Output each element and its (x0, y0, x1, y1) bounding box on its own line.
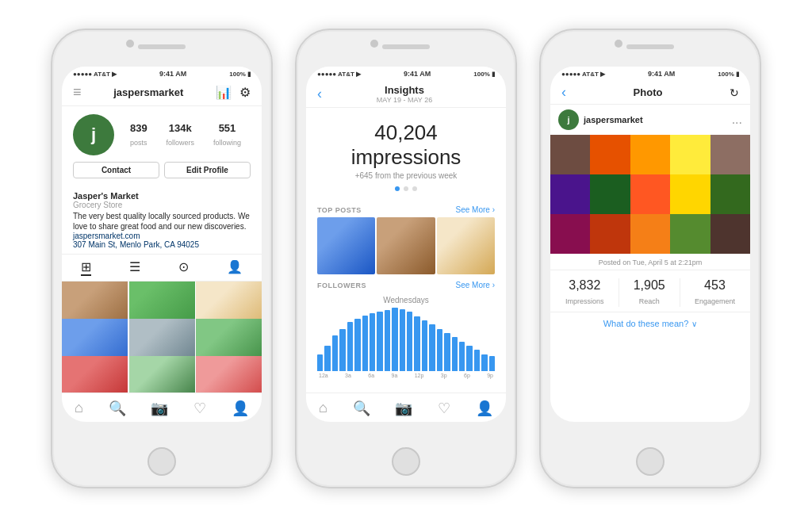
fruit-8 (630, 174, 670, 214)
speaker-2 (386, 44, 426, 49)
p3-refresh-button[interactable]: ↻ (730, 86, 739, 99)
time-1: 9:41 AM (159, 70, 186, 78)
bar-item (354, 319, 360, 371)
dot-1 (395, 186, 400, 191)
p2-nav-spacer: ... (487, 89, 495, 100)
followers-label: FOLLOWERS (317, 281, 366, 289)
p3-avatar: j (558, 109, 579, 130)
edit-profile-button[interactable]: Edit Profile (164, 162, 251, 178)
speaker (142, 44, 182, 49)
p3-what-mean[interactable]: What do these mean? ∨ (550, 312, 750, 335)
nav-profile[interactable]: 👤 (232, 400, 249, 417)
fruit-3 (630, 135, 670, 174)
top-post-3[interactable] (437, 217, 495, 274)
p1-nav: ≡ jaspersmarket 📊 ⚙ (62, 81, 262, 106)
top-posts-see-more[interactable]: See More › (456, 205, 495, 214)
fruit-13 (630, 214, 670, 254)
home-button-3[interactable] (636, 447, 665, 476)
p3-back-button[interactable]: ‹ (561, 84, 566, 101)
home-button-2[interactable] (392, 447, 420, 476)
p3-photo-main (550, 135, 750, 254)
status-bar-3: ●●●●● AT&T ▶ 9:41 AM 100% ▮ (550, 67, 750, 81)
bar-item (385, 310, 390, 371)
bio-link[interactable]: jaspersmarket.com (73, 232, 251, 240)
nav-camera-2[interactable]: 📷 (395, 400, 412, 417)
nav-search[interactable]: 🔍 (109, 400, 126, 417)
stat-divider-2 (680, 278, 680, 307)
stats-group: 839 posts 134k followers 551 following (121, 122, 251, 148)
page-dots (317, 186, 495, 191)
p2-bottom-nav: ⌂ 🔍 📷 ♡ 👤 (306, 393, 506, 422)
posts-num: 839 (130, 122, 147, 134)
home-button-1[interactable] (147, 447, 176, 476)
bar-item (422, 320, 427, 371)
reach-num: 1,905 (634, 278, 665, 293)
nav-camera[interactable]: 📷 (151, 400, 168, 417)
bar-item (407, 312, 412, 371)
fruit-14 (670, 214, 710, 254)
bar-item (481, 354, 487, 371)
signal-1: ●●●●● AT&T ▶ (73, 71, 117, 78)
nav-heart[interactable]: ♡ (193, 400, 206, 417)
p1-bio: Jasper's Market Grocery Store The very b… (62, 186, 262, 254)
camera-dot (126, 40, 134, 48)
phone-2-screen: ●●●●● AT&T ▶ 9:41 AM 100% ▮ ‹ Insights M… (306, 67, 506, 422)
engagement-label: Engagement (695, 297, 735, 305)
followers-day-label: Wednesdays (317, 296, 495, 304)
nav-heart-2[interactable]: ♡ (438, 400, 450, 417)
grid-cell-8[interactable] (129, 356, 195, 393)
dot-3 (412, 186, 417, 191)
followers-num: 134k (167, 122, 195, 134)
stat-impressions: 3,832 Impressions (565, 278, 604, 307)
fruit-4 (670, 135, 710, 174)
phone-3: ●●●●● AT&T ▶ 9:41 AM 100% ▮ ‹ Photo ↻ j … (539, 29, 761, 488)
fruit-6 (550, 174, 590, 214)
chart-icon[interactable]: 📊 (216, 85, 232, 100)
nav-home-2[interactable]: ⌂ (319, 400, 327, 417)
nav-search-2[interactable]: 🔍 (353, 400, 370, 417)
bar-item (444, 333, 450, 371)
top-post-2[interactable] (377, 217, 435, 274)
tab-location[interactable]: ⊙ (178, 259, 189, 276)
p3-username[interactable]: jaspersmarket (584, 115, 643, 124)
contact-button[interactable]: Contact (73, 162, 159, 178)
gear-icon[interactable]: ⚙ (239, 85, 251, 100)
stat-followers: 134k followers (167, 122, 195, 148)
bar-item (489, 356, 495, 371)
followers-see-more[interactable]: See More › (456, 281, 495, 289)
nav-profile-2[interactable]: 👤 (476, 400, 493, 417)
tab-tagged[interactable]: 👤 (227, 259, 243, 276)
grid-cell-9[interactable] (196, 356, 262, 393)
bio-address: 307 Main St, Menlo Park, CA 94025 (73, 240, 251, 249)
bar-chart (317, 308, 495, 371)
tab-grid[interactable]: ⊞ (81, 259, 91, 276)
fruit-15 (710, 214, 750, 254)
p2-back-button[interactable]: ‹ (317, 86, 322, 102)
bar-item (429, 324, 435, 371)
p1-buttons: Contact Edit Profile (73, 162, 251, 178)
fruit-2 (590, 135, 630, 174)
stat-engagement: 453 Engagement (695, 278, 735, 307)
speaker-3 (630, 44, 670, 49)
tab-list[interactable]: ☰ (129, 259, 140, 276)
p1-stats-row: j 839 posts 134k followers 551 following (73, 114, 251, 155)
bar-item (466, 346, 472, 371)
p1-bottom-nav: ⌂ 🔍 📷 ♡ 👤 (62, 393, 262, 422)
stat-divider-1 (619, 278, 619, 307)
bar-item (377, 312, 382, 371)
stat-following: 551 following (213, 122, 241, 148)
fruit-9 (670, 174, 710, 214)
bar-item (370, 313, 375, 371)
stat-reach: 1,905 Reach (634, 278, 665, 307)
p3-more-button[interactable]: ... (732, 113, 742, 127)
fruit-1 (550, 135, 590, 174)
signal-2: ●●●●● AT&T ▶ (317, 71, 361, 78)
battery-1: 100% ▮ (229, 71, 251, 78)
grid-cell-7[interactable] (62, 356, 128, 393)
bar-item (414, 316, 419, 371)
fruit-7 (590, 174, 630, 214)
top-post-1[interactable] (317, 217, 375, 274)
bio-name: Jasper's Market (73, 191, 251, 201)
nav-home[interactable]: ⌂ (75, 400, 83, 417)
label-6p: 6p (464, 373, 470, 378)
